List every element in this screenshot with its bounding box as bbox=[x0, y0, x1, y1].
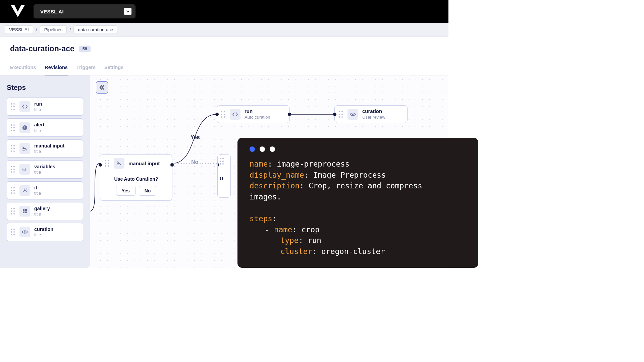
tab-triggers[interactable]: Triggers bbox=[76, 61, 96, 75]
title-bar: data-curation-ace 58 bbox=[0, 37, 448, 53]
crumb-separator: / bbox=[36, 27, 37, 33]
step-subtitle: title bbox=[34, 191, 41, 196]
branch-icon bbox=[19, 185, 30, 196]
tab-settings[interactable]: Settings bbox=[104, 61, 123, 75]
edge-label-yes: Yes bbox=[191, 134, 200, 140]
node-hidden[interactable]: U bbox=[217, 154, 231, 198]
step-card-manual-input[interactable]: manual inputtitle bbox=[7, 139, 83, 158]
svg-text:(x): (x) bbox=[22, 167, 26, 172]
drag-handle-icon[interactable] bbox=[339, 111, 343, 118]
drag-handle-icon[interactable] bbox=[11, 229, 15, 235]
drag-handle-icon[interactable] bbox=[221, 111, 226, 118]
edge-label-no: No bbox=[191, 159, 198, 165]
drag-handle-icon[interactable] bbox=[11, 145, 15, 152]
step-subtitle: title bbox=[34, 170, 55, 175]
window-controls bbox=[250, 146, 466, 152]
top-header: VESSL AI bbox=[0, 0, 448, 23]
crumb-item[interactable]: Pipelines bbox=[40, 25, 67, 34]
org-selector[interactable]: VESSL AI bbox=[34, 4, 136, 18]
step-subtitle: title bbox=[34, 149, 64, 154]
input-icon bbox=[114, 158, 124, 169]
node-title: curation bbox=[362, 108, 385, 115]
drag-handle-icon[interactable] bbox=[11, 166, 15, 173]
step-card-alert[interactable]: alerttitle bbox=[7, 118, 83, 136]
step-name: manual input bbox=[34, 143, 64, 149]
svg-rect-5 bbox=[25, 209, 27, 211]
steps-title: Steps bbox=[7, 83, 83, 92]
drag-handle-icon[interactable] bbox=[11, 208, 15, 215]
svg-rect-7 bbox=[25, 212, 27, 213]
node-subtitle: User review bbox=[362, 115, 385, 120]
dot-icon bbox=[260, 146, 265, 152]
step-name: alert bbox=[34, 122, 45, 128]
svg-rect-4 bbox=[23, 209, 24, 211]
tab-executions[interactable]: Executions bbox=[10, 61, 36, 75]
port-in[interactable] bbox=[217, 163, 219, 167]
step-card-gallery[interactable]: gallerytitle bbox=[7, 202, 83, 220]
port-in[interactable] bbox=[215, 113, 219, 116]
crumb-item[interactable]: data-curation-ace bbox=[73, 25, 117, 34]
code-icon bbox=[230, 109, 240, 120]
no-button[interactable]: No bbox=[139, 186, 157, 196]
step-subtitle: title bbox=[34, 128, 45, 133]
port-out[interactable] bbox=[288, 113, 291, 116]
drag-handle-icon[interactable] bbox=[11, 124, 15, 131]
crumb-separator: / bbox=[69, 27, 71, 33]
step-name: variables bbox=[34, 164, 55, 170]
org-name: VESSL AI bbox=[40, 9, 64, 14]
step-subtitle: title bbox=[34, 107, 42, 112]
crumb-item[interactable]: VESSL AI bbox=[5, 25, 33, 34]
run-count-badge: 58 bbox=[79, 46, 91, 52]
breadcrumb: VESSL AI / Pipelines / data-curation-ace bbox=[0, 23, 448, 37]
app-logo[interactable] bbox=[10, 4, 25, 18]
eye-icon bbox=[19, 227, 30, 237]
node-hidden-text: U bbox=[220, 176, 228, 181]
svg-rect-1 bbox=[24, 126, 25, 128]
eye-icon bbox=[347, 109, 358, 120]
step-subtitle: title bbox=[34, 232, 53, 238]
svg-rect-6 bbox=[23, 212, 24, 213]
step-card-variables[interactable]: (x)variablestitle bbox=[7, 160, 83, 178]
port-in[interactable] bbox=[99, 163, 102, 167]
node-question: Use Auto Curation? bbox=[105, 176, 167, 182]
step-name: curation bbox=[34, 226, 53, 232]
drag-handle-icon[interactable] bbox=[11, 187, 15, 194]
node-title: manual input bbox=[128, 161, 160, 166]
step-name: run bbox=[34, 101, 42, 107]
step-card-curation[interactable]: curationtitle bbox=[7, 223, 83, 241]
tabs: Executions Revisions Triggers Settings bbox=[0, 61, 448, 75]
yaml-code-panel: name: image-preprocessdisplay_name: Imag… bbox=[237, 138, 478, 268]
dot-icon bbox=[250, 146, 255, 152]
node-curation-user[interactable]: curation User review bbox=[334, 105, 408, 123]
step-card-run[interactable]: runtitle bbox=[7, 98, 83, 116]
node-run-auto[interactable]: run Auto curation bbox=[217, 105, 290, 123]
collapse-sidebar-button[interactable] bbox=[96, 81, 108, 94]
chevron-down-icon bbox=[124, 8, 131, 15]
dot-icon bbox=[270, 146, 275, 152]
node-title: run bbox=[245, 108, 270, 115]
steps-panel: Steps runtitlealerttitlemanual inputtitl… bbox=[0, 75, 90, 268]
node-manual-input[interactable]: manual input Use Auto Curation? Yes No bbox=[100, 154, 172, 201]
page-title: data-curation-ace bbox=[10, 44, 74, 53]
tab-revisions[interactable]: Revisions bbox=[45, 61, 68, 75]
drag-handle-icon[interactable] bbox=[220, 158, 224, 165]
step-subtitle: title bbox=[34, 212, 50, 217]
grid-icon bbox=[19, 206, 30, 217]
variable-icon: (x) bbox=[19, 164, 30, 175]
svg-point-8 bbox=[24, 231, 25, 233]
port-out[interactable] bbox=[170, 163, 174, 167]
step-name: if bbox=[34, 185, 41, 191]
code-icon bbox=[19, 101, 30, 112]
svg-point-9 bbox=[352, 114, 354, 115]
input-icon bbox=[19, 143, 30, 154]
step-name: gallery bbox=[34, 205, 50, 212]
yes-button[interactable]: Yes bbox=[116, 186, 136, 196]
drag-handle-icon[interactable] bbox=[11, 103, 15, 110]
svg-rect-2 bbox=[24, 128, 25, 129]
alert-icon bbox=[19, 122, 30, 133]
node-subtitle: Auto curation bbox=[245, 115, 270, 120]
code-body: name: image-preprocessdisplay_name: Imag… bbox=[250, 159, 466, 257]
drag-handle-icon[interactable] bbox=[105, 160, 110, 167]
step-card-if[interactable]: iftitle bbox=[7, 181, 83, 199]
port-in[interactable] bbox=[333, 113, 336, 116]
